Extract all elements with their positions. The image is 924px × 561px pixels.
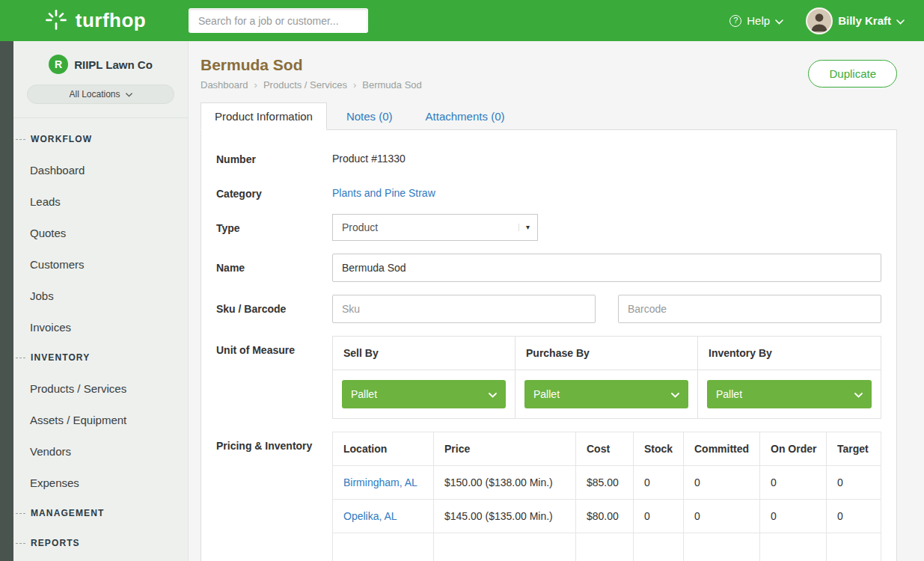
table-row: Birmingham, AL $150.00 ($138.00 Min.) $8…	[333, 465, 881, 499]
number-row: Number Product #11330	[216, 145, 881, 167]
table-row: Opelika, AL $145.00 ($135.00 Min.) $80.0…	[333, 499, 881, 533]
tree-dash-icon	[16, 543, 25, 544]
tab-product-information[interactable]: Product Information	[201, 102, 327, 130]
help-menu[interactable]: ? Help	[729, 14, 783, 27]
col-location: Location	[333, 432, 434, 465]
sku-barcode-row: Sku / Barcode	[216, 295, 881, 323]
sidebar-item-vendors[interactable]: Vendors	[13, 435, 188, 467]
purchase-by-select[interactable]: Pallet	[524, 380, 688, 408]
location-link-birmingham[interactable]: Birmingham, AL	[333, 465, 434, 499]
name-input[interactable]	[332, 254, 881, 282]
target-cell: 0	[827, 465, 881, 499]
on-order-cell: 0	[760, 465, 827, 499]
price-cell: $150.00 ($138.00 Min.)	[434, 465, 576, 499]
sku-input[interactable]	[332, 295, 596, 323]
help-label: Help	[747, 14, 770, 27]
committed-cell: 0	[684, 465, 760, 499]
all-locations-label: All Locations	[69, 89, 120, 99]
sidebar-item-assets-equipment[interactable]: Assets / Equipment	[13, 404, 188, 435]
table-row-partial	[333, 533, 881, 561]
unit-of-measure-table: Sell By Purchase By Inventory By Pallet …	[332, 336, 881, 419]
sidebar-item-leads[interactable]: Leads	[13, 186, 188, 217]
chevron-down-icon	[489, 388, 497, 400]
col-committed: Committed	[684, 432, 760, 465]
sidebar-section-inventory[interactable]: INVENTORY	[13, 343, 188, 373]
committed-cell: 0	[684, 499, 760, 533]
user-menu[interactable]: Billy Kraft	[806, 7, 905, 34]
category-row: Category Plants and Pine Straw	[216, 180, 881, 201]
duplicate-button[interactable]: Duplicate	[808, 60, 897, 88]
sidebar: R RIIPL Lawn Co All Locations WORKFLOW D…	[13, 41, 189, 561]
breadcrumb-products-services[interactable]: Products / Services	[254, 79, 347, 91]
sidebar-item-customers[interactable]: Customers	[13, 248, 188, 280]
edge-strip	[0, 41, 13, 561]
topbar: turfhop ? Help Billy Kraft	[0, 0, 924, 41]
tree-dash-icon	[16, 358, 25, 358]
chevron-down-icon	[854, 388, 863, 400]
page-header: Bermuda Sod Dashboard Products / Service…	[201, 56, 897, 91]
logo-text: turfhop	[76, 9, 146, 32]
type-row: Type Product ▾	[216, 214, 881, 241]
pricing-inventory-label: Pricing & Inventory	[216, 432, 332, 453]
chevron-down-icon	[126, 89, 132, 99]
product-information-card: Number Product #11330 Category Plants an…	[201, 129, 897, 561]
cost-cell: $85.00	[576, 465, 634, 499]
sidebar-item-dashboard[interactable]: Dashboard	[13, 154, 188, 186]
col-cost: Cost	[576, 432, 634, 465]
category-link[interactable]: Plants and Pine Straw	[332, 187, 435, 199]
select-caret-icon: ▾	[518, 224, 530, 231]
barcode-input[interactable]	[618, 295, 881, 323]
company-header: R RIIPL Lawn Co	[13, 41, 188, 74]
sidebar-section-reports[interactable]: REPORTS	[13, 528, 188, 558]
sidebar-item-products-services[interactable]: Products / Services	[13, 373, 188, 404]
type-label: Type	[216, 214, 332, 236]
price-cell: $145.00 ($135.00 Min.)	[434, 499, 576, 533]
number-label: Number	[216, 145, 332, 167]
main-content: Bermuda Sod Dashboard Products / Service…	[189, 41, 924, 561]
stock-cell: 0	[634, 499, 684, 533]
purchase-by-header: Purchase By	[515, 337, 698, 370]
cost-cell: $80.00	[576, 499, 634, 533]
sell-by-select[interactable]: Pallet	[342, 380, 506, 408]
sidebar-item-expenses[interactable]: Expenses	[13, 467, 188, 498]
location-link-opelika[interactable]: Opelika, AL	[333, 499, 434, 533]
stock-cell: 0	[634, 465, 684, 499]
all-locations-dropdown[interactable]: All Locations	[27, 85, 174, 104]
company-name: RIIPL Lawn Co	[74, 58, 153, 71]
sidebar-item-quotes[interactable]: Quotes	[13, 217, 188, 248]
col-on-order: On Order	[760, 432, 827, 465]
table-header-row: Location Price Cost Stock Committed On O…	[333, 432, 881, 465]
unit-of-measure-row: Unit of Measure Sell By Purchase By Inve…	[216, 336, 881, 419]
sidebar-section-workflow[interactable]: WORKFLOW	[13, 124, 188, 154]
type-select[interactable]: Product ▾	[332, 214, 538, 241]
sidebar-nav: WORKFLOW Dashboard Leads Quotes Customer…	[13, 118, 188, 558]
unit-of-measure-label: Unit of Measure	[216, 336, 332, 358]
chevron-down-icon	[775, 14, 783, 27]
search-input[interactable]	[189, 8, 368, 33]
on-order-cell: 0	[760, 499, 827, 533]
type-select-value: Product	[342, 221, 378, 233]
chevron-down-icon	[896, 14, 905, 27]
breadcrumb-dashboard[interactable]: Dashboard	[201, 79, 248, 91]
col-price: Price	[434, 432, 576, 465]
sell-by-header: Sell By	[333, 337, 515, 370]
breadcrumb-current: Bermuda Sod	[353, 79, 422, 91]
name-row: Name	[216, 254, 881, 282]
sku-barcode-label: Sku / Barcode	[216, 295, 332, 316]
turfhop-logo[interactable]: turfhop	[0, 6, 189, 36]
sidebar-item-jobs[interactable]: Jobs	[13, 280, 188, 311]
tab-notes[interactable]: Notes (0)	[333, 103, 406, 129]
page-title: Bermuda Sod	[201, 56, 422, 74]
number-value: Product #11330	[332, 145, 881, 165]
inventory-by-header: Inventory By	[698, 337, 881, 370]
name-label: Name	[216, 254, 332, 275]
turfhop-logo-icon	[43, 6, 70, 36]
tab-attachments[interactable]: Attachments (0)	[412, 103, 518, 129]
sidebar-section-management[interactable]: MANAGEMENT	[13, 498, 188, 528]
user-name: Billy Kraft	[838, 14, 891, 27]
breadcrumb: Dashboard Products / Services Bermuda So…	[201, 79, 422, 91]
company-logo-icon: R	[49, 55, 68, 74]
sidebar-item-invoices[interactable]: Invoices	[13, 311, 188, 343]
target-cell: 0	[827, 499, 881, 533]
inventory-by-select[interactable]: Pallet	[707, 380, 872, 408]
